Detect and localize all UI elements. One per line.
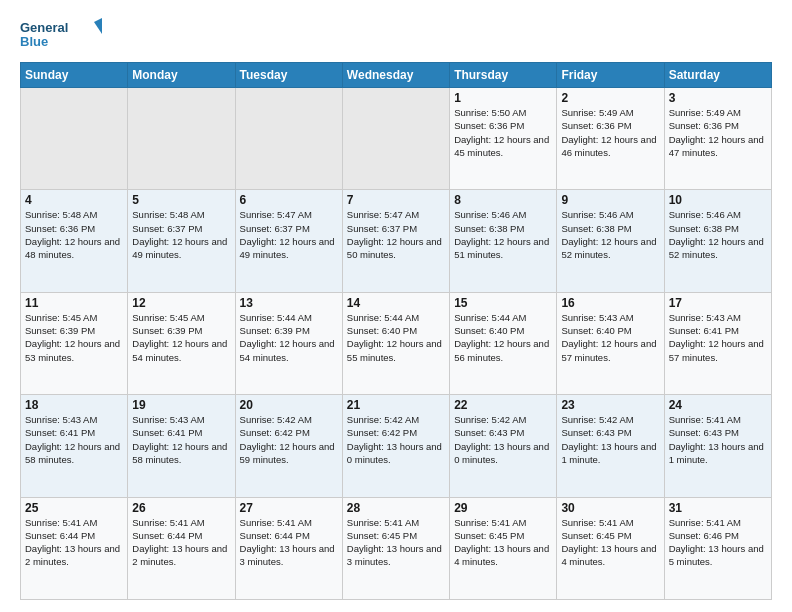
day-number: 4 [25, 193, 123, 207]
cell-details: Sunrise: 5:43 AMSunset: 6:41 PMDaylight:… [669, 311, 767, 364]
cell-details: Sunrise: 5:41 AMSunset: 6:45 PMDaylight:… [454, 516, 552, 569]
cell-details: Sunrise: 5:45 AMSunset: 6:39 PMDaylight:… [25, 311, 123, 364]
calendar-cell: 31Sunrise: 5:41 AMSunset: 6:46 PMDayligh… [664, 497, 771, 599]
calendar-cell: 30Sunrise: 5:41 AMSunset: 6:45 PMDayligh… [557, 497, 664, 599]
cell-details: Sunrise: 5:44 AMSunset: 6:40 PMDaylight:… [347, 311, 445, 364]
calendar-cell: 22Sunrise: 5:42 AMSunset: 6:43 PMDayligh… [450, 395, 557, 497]
day-number: 7 [347, 193, 445, 207]
cell-details: Sunrise: 5:41 AMSunset: 6:44 PMDaylight:… [240, 516, 338, 569]
col-header-wednesday: Wednesday [342, 63, 449, 88]
calendar-cell: 6Sunrise: 5:47 AMSunset: 6:37 PMDaylight… [235, 190, 342, 292]
col-header-monday: Monday [128, 63, 235, 88]
cell-details: Sunrise: 5:49 AMSunset: 6:36 PMDaylight:… [561, 106, 659, 159]
calendar-cell: 29Sunrise: 5:41 AMSunset: 6:45 PMDayligh… [450, 497, 557, 599]
cell-details: Sunrise: 5:49 AMSunset: 6:36 PMDaylight:… [669, 106, 767, 159]
calendar-cell [235, 88, 342, 190]
cell-details: Sunrise: 5:44 AMSunset: 6:40 PMDaylight:… [454, 311, 552, 364]
calendar-cell: 27Sunrise: 5:41 AMSunset: 6:44 PMDayligh… [235, 497, 342, 599]
calendar-cell: 12Sunrise: 5:45 AMSunset: 6:39 PMDayligh… [128, 292, 235, 394]
cell-details: Sunrise: 5:46 AMSunset: 6:38 PMDaylight:… [561, 208, 659, 261]
cell-details: Sunrise: 5:42 AMSunset: 6:43 PMDaylight:… [561, 413, 659, 466]
cell-details: Sunrise: 5:43 AMSunset: 6:41 PMDaylight:… [25, 413, 123, 466]
day-number: 3 [669, 91, 767, 105]
logo-svg: General Blue [20, 16, 110, 52]
cell-details: Sunrise: 5:48 AMSunset: 6:37 PMDaylight:… [132, 208, 230, 261]
day-number: 26 [132, 501, 230, 515]
day-number: 21 [347, 398, 445, 412]
cell-details: Sunrise: 5:41 AMSunset: 6:44 PMDaylight:… [25, 516, 123, 569]
cell-details: Sunrise: 5:46 AMSunset: 6:38 PMDaylight:… [669, 208, 767, 261]
day-number: 19 [132, 398, 230, 412]
cell-details: Sunrise: 5:41 AMSunset: 6:45 PMDaylight:… [347, 516, 445, 569]
day-number: 10 [669, 193, 767, 207]
calendar-cell: 23Sunrise: 5:42 AMSunset: 6:43 PMDayligh… [557, 395, 664, 497]
calendar-cell: 10Sunrise: 5:46 AMSunset: 6:38 PMDayligh… [664, 190, 771, 292]
logo: General Blue [20, 16, 110, 52]
calendar-cell: 9Sunrise: 5:46 AMSunset: 6:38 PMDaylight… [557, 190, 664, 292]
calendar-cell: 15Sunrise: 5:44 AMSunset: 6:40 PMDayligh… [450, 292, 557, 394]
day-number: 12 [132, 296, 230, 310]
cell-details: Sunrise: 5:42 AMSunset: 6:42 PMDaylight:… [347, 413, 445, 466]
calendar-table: SundayMondayTuesdayWednesdayThursdayFrid… [20, 62, 772, 600]
calendar-week-2: 4Sunrise: 5:48 AMSunset: 6:36 PMDaylight… [21, 190, 772, 292]
calendar-cell: 8Sunrise: 5:46 AMSunset: 6:38 PMDaylight… [450, 190, 557, 292]
cell-details: Sunrise: 5:42 AMSunset: 6:42 PMDaylight:… [240, 413, 338, 466]
col-header-tuesday: Tuesday [235, 63, 342, 88]
calendar-cell: 14Sunrise: 5:44 AMSunset: 6:40 PMDayligh… [342, 292, 449, 394]
header: General Blue [20, 16, 772, 52]
calendar-cell: 24Sunrise: 5:41 AMSunset: 6:43 PMDayligh… [664, 395, 771, 497]
day-number: 14 [347, 296, 445, 310]
day-number: 16 [561, 296, 659, 310]
calendar-header-row: SundayMondayTuesdayWednesdayThursdayFrid… [21, 63, 772, 88]
day-number: 8 [454, 193, 552, 207]
calendar-week-3: 11Sunrise: 5:45 AMSunset: 6:39 PMDayligh… [21, 292, 772, 394]
calendar-cell [342, 88, 449, 190]
calendar-cell [128, 88, 235, 190]
cell-details: Sunrise: 5:41 AMSunset: 6:43 PMDaylight:… [669, 413, 767, 466]
cell-details: Sunrise: 5:41 AMSunset: 6:44 PMDaylight:… [132, 516, 230, 569]
calendar-cell: 13Sunrise: 5:44 AMSunset: 6:39 PMDayligh… [235, 292, 342, 394]
cell-details: Sunrise: 5:45 AMSunset: 6:39 PMDaylight:… [132, 311, 230, 364]
cell-details: Sunrise: 5:41 AMSunset: 6:46 PMDaylight:… [669, 516, 767, 569]
cell-details: Sunrise: 5:43 AMSunset: 6:40 PMDaylight:… [561, 311, 659, 364]
cell-details: Sunrise: 5:47 AMSunset: 6:37 PMDaylight:… [347, 208, 445, 261]
day-number: 17 [669, 296, 767, 310]
day-number: 22 [454, 398, 552, 412]
calendar-cell: 28Sunrise: 5:41 AMSunset: 6:45 PMDayligh… [342, 497, 449, 599]
day-number: 9 [561, 193, 659, 207]
calendar-week-1: 1Sunrise: 5:50 AMSunset: 6:36 PMDaylight… [21, 88, 772, 190]
calendar-cell: 18Sunrise: 5:43 AMSunset: 6:41 PMDayligh… [21, 395, 128, 497]
calendar-cell: 3Sunrise: 5:49 AMSunset: 6:36 PMDaylight… [664, 88, 771, 190]
col-header-sunday: Sunday [21, 63, 128, 88]
day-number: 11 [25, 296, 123, 310]
cell-details: Sunrise: 5:47 AMSunset: 6:37 PMDaylight:… [240, 208, 338, 261]
calendar-cell: 20Sunrise: 5:42 AMSunset: 6:42 PMDayligh… [235, 395, 342, 497]
svg-marker-2 [94, 18, 102, 34]
calendar-cell [21, 88, 128, 190]
calendar-cell: 16Sunrise: 5:43 AMSunset: 6:40 PMDayligh… [557, 292, 664, 394]
cell-details: Sunrise: 5:43 AMSunset: 6:41 PMDaylight:… [132, 413, 230, 466]
col-header-thursday: Thursday [450, 63, 557, 88]
calendar-cell: 21Sunrise: 5:42 AMSunset: 6:42 PMDayligh… [342, 395, 449, 497]
calendar-cell: 26Sunrise: 5:41 AMSunset: 6:44 PMDayligh… [128, 497, 235, 599]
calendar-week-4: 18Sunrise: 5:43 AMSunset: 6:41 PMDayligh… [21, 395, 772, 497]
cell-details: Sunrise: 5:46 AMSunset: 6:38 PMDaylight:… [454, 208, 552, 261]
calendar-cell: 19Sunrise: 5:43 AMSunset: 6:41 PMDayligh… [128, 395, 235, 497]
day-number: 18 [25, 398, 123, 412]
calendar-cell: 11Sunrise: 5:45 AMSunset: 6:39 PMDayligh… [21, 292, 128, 394]
day-number: 15 [454, 296, 552, 310]
day-number: 23 [561, 398, 659, 412]
page: General Blue SundayMondayTuesdayWednesda… [0, 0, 792, 612]
day-number: 5 [132, 193, 230, 207]
cell-details: Sunrise: 5:44 AMSunset: 6:39 PMDaylight:… [240, 311, 338, 364]
calendar-cell: 2Sunrise: 5:49 AMSunset: 6:36 PMDaylight… [557, 88, 664, 190]
day-number: 31 [669, 501, 767, 515]
cell-details: Sunrise: 5:41 AMSunset: 6:45 PMDaylight:… [561, 516, 659, 569]
cell-details: Sunrise: 5:50 AMSunset: 6:36 PMDaylight:… [454, 106, 552, 159]
day-number: 1 [454, 91, 552, 105]
day-number: 20 [240, 398, 338, 412]
calendar-cell: 17Sunrise: 5:43 AMSunset: 6:41 PMDayligh… [664, 292, 771, 394]
day-number: 28 [347, 501, 445, 515]
calendar-cell: 5Sunrise: 5:48 AMSunset: 6:37 PMDaylight… [128, 190, 235, 292]
calendar-cell: 7Sunrise: 5:47 AMSunset: 6:37 PMDaylight… [342, 190, 449, 292]
